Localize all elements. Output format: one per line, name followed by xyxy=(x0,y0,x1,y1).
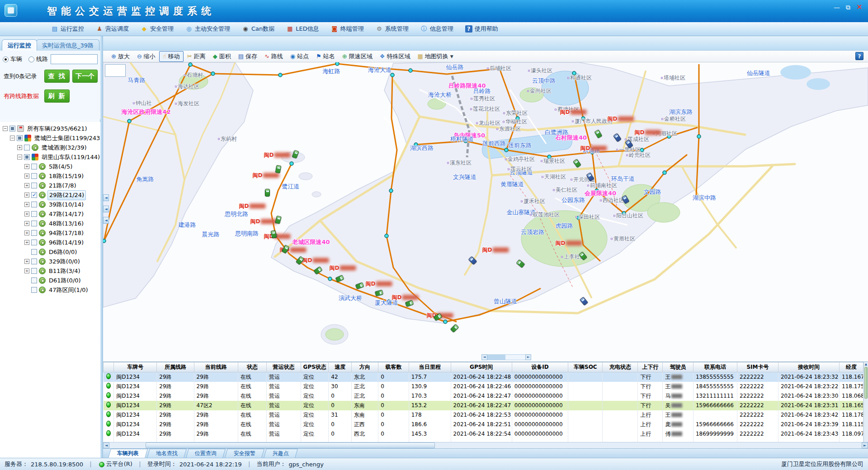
toolbar-help-icon[interactable]: ? xyxy=(855,52,863,60)
tree-item-96路[interactable]: +96路(14/19) xyxy=(0,238,100,247)
tree-item-48路[interactable]: +48路(13/16) xyxy=(0,219,100,228)
table-row[interactable]: 闽D123429路29路在线营运定位0正北0170.32021-06-24 18… xyxy=(104,391,863,401)
expand-icon[interactable]: + xyxy=(24,164,29,169)
menu-item-8[interactable]: ⚙系统管理 xyxy=(370,22,415,36)
vehicle-radio[interactable] xyxy=(3,56,9,62)
bottom-tab-位置查询[interactable]: 位置查询 xyxy=(186,449,226,458)
tree-item-329路[interactable]: +329路(0/0) xyxy=(0,257,100,266)
tree-checkbox[interactable] xyxy=(31,230,37,236)
expand-icon[interactable]: + xyxy=(24,230,29,235)
column-header[interactable]: 方向 xyxy=(352,362,378,372)
refresh-button[interactable]: 刷 新 xyxy=(44,89,70,103)
table-row[interactable]: 闽D123429路47区2在线营运定位0东南0153.22021-06-24 1… xyxy=(104,401,863,410)
tree-checkbox[interactable] xyxy=(24,145,30,150)
bus-marker-icon[interactable] xyxy=(265,189,270,197)
minimize-button[interactable]: — xyxy=(832,3,842,12)
column-header[interactable]: 充电状态 xyxy=(603,362,638,372)
tree-checkbox[interactable] xyxy=(24,154,30,160)
tree-checkbox[interactable] xyxy=(9,126,15,132)
tree-checkbox[interactable] xyxy=(31,268,37,274)
table-row[interactable]: 闽D123429路29路在线营运定位0西北0145.32021-06-24 18… xyxy=(104,429,863,439)
table-vertical-scrollbar[interactable]: ▲ xyxy=(863,362,868,442)
table-row[interactable]: 闽D123429路29路在线营运定位31东南01782021-06-24 18:… xyxy=(104,410,863,420)
tool-route[interactable]: ∿路线 xyxy=(261,51,287,62)
tree-item-47路[interactable]: +47路(14/17) xyxy=(0,209,100,219)
collapse-icon[interactable] xyxy=(24,287,29,292)
tree-checkbox[interactable] xyxy=(31,164,37,169)
find-button[interactable]: 查 找 xyxy=(44,70,70,83)
table-row[interactable]: 闽D123429路29路在线营运定位30正北0130.92021-06-24 1… xyxy=(104,382,863,391)
expand-icon[interactable]: + xyxy=(24,212,29,216)
tool-hand[interactable]: ☝移动 xyxy=(159,51,184,62)
tree-checkbox[interactable] xyxy=(31,173,37,179)
tool-area[interactable]: ◆面积 xyxy=(209,51,235,62)
tool-map-switch[interactable]: ▦地图切换▼ xyxy=(414,51,457,62)
menu-item-10[interactable]: ?使用帮助 xyxy=(459,22,504,36)
tree-item-所有车辆[interactable]: −所有车辆(2935/6621) xyxy=(0,124,100,133)
tree-checkbox[interactable] xyxy=(31,211,37,217)
tree-item-5路[interactable]: +5路(4/5) xyxy=(0,162,100,171)
tree-item-D6路[interactable]: D6路(0/0) xyxy=(0,247,100,257)
bottom-tab-地名查找[interactable]: 地名查找 xyxy=(147,449,187,458)
menu-item-7[interactable]: ◙终端管理 xyxy=(325,22,370,36)
map-overview-box[interactable] xyxy=(105,64,126,77)
tree-checkbox[interactable] xyxy=(17,135,23,141)
menu-item-5[interactable]: ◉Can数据 xyxy=(236,22,280,36)
tree-checkbox[interactable] xyxy=(31,249,37,255)
column-header[interactable]: 所属线路 xyxy=(157,362,194,372)
tree-checkbox[interactable] xyxy=(31,287,37,293)
tree-item-鹭城酒测[interactable]: +鹭城酒测(32/39) xyxy=(0,143,100,152)
tree-checkbox[interactable] xyxy=(31,192,37,198)
column-header[interactable]: 接收时间 xyxy=(778,362,839,372)
tab-monitoring[interactable]: 运行监控 xyxy=(2,39,37,51)
collapse-icon[interactable] xyxy=(24,278,29,283)
tree-checkbox[interactable] xyxy=(31,221,37,226)
close-button[interactable]: ✕ xyxy=(854,3,864,12)
column-header[interactable]: GPS时间 xyxy=(451,362,512,372)
menu-item-4[interactable]: ◎主动安全管理 xyxy=(179,22,236,36)
column-header[interactable]: 经度 xyxy=(840,362,863,372)
map-mini-scrollbar[interactable]: ◄ ► xyxy=(481,354,531,360)
tree-checkbox[interactable] xyxy=(31,258,37,264)
column-header[interactable]: 上下行 xyxy=(638,362,663,372)
expand-icon[interactable]: + xyxy=(24,174,29,179)
search-input[interactable] xyxy=(51,54,98,64)
expand-icon[interactable]: + xyxy=(24,221,29,226)
column-header[interactable]: 当前线路 xyxy=(194,362,238,372)
tree-item-18路[interactable]: +18路(15/19) xyxy=(0,171,100,181)
map-pager-button[interactable]: ◄ xyxy=(103,206,109,212)
tree-checkbox[interactable] xyxy=(31,183,37,188)
column-header[interactable]: 状态 xyxy=(238,362,266,372)
status-column-header[interactable] xyxy=(104,362,114,372)
menu-item-9[interactable]: ⓘ信息管理 xyxy=(415,22,459,36)
tree-item-39路[interactable]: +39路(10/14) xyxy=(0,200,100,209)
bottom-tab-兴趣点[interactable]: 兴趣点 xyxy=(264,449,298,458)
column-header[interactable]: 营运状态 xyxy=(267,362,301,372)
collapse-icon[interactable]: − xyxy=(3,126,8,131)
maximize-button[interactable]: ⧉ xyxy=(843,3,853,12)
tool-save[interactable]: ▤保存 xyxy=(235,51,261,62)
table-row[interactable]: 闽D123429路29路在线营运定位0正西0186.62021-06-24 18… xyxy=(104,420,863,429)
table-row[interactable]: 闽D123429路29路在线营运定位42东北0175.72021-06-24 1… xyxy=(104,372,863,382)
tree-item-94路[interactable]: +94路(17/18) xyxy=(0,228,100,238)
scroll-thumb[interactable] xyxy=(487,355,505,360)
tree-checkbox[interactable] xyxy=(31,240,37,245)
tool-distance[interactable]: ✂距离 xyxy=(184,51,209,62)
tool-speed-zone[interactable]: ⊕限速区域 xyxy=(339,51,376,62)
column-header[interactable]: GPS状态 xyxy=(301,362,329,372)
tab-realtime-info[interactable]: 实时运营信息_39路 xyxy=(36,39,99,51)
tool-special-zone[interactable]: ❖特殊区域 xyxy=(376,51,414,62)
expand-icon[interactable]: + xyxy=(17,145,22,150)
column-header[interactable]: 驾驶员 xyxy=(663,362,693,372)
tree-item-21路[interactable]: +21路(7/8) xyxy=(0,181,100,190)
column-header[interactable]: 设备ID xyxy=(512,362,568,372)
expand-icon[interactable]: + xyxy=(24,183,29,188)
column-header[interactable]: 联系电话 xyxy=(693,362,737,372)
menu-item-1[interactable]: ▤运行监控 xyxy=(45,22,90,36)
tree-item-B11路[interactable]: +B11路(3/4) xyxy=(0,266,100,276)
menu-item-6[interactable]: ▦LED信息 xyxy=(280,22,325,36)
tool-station[interactable]: ◉站点 xyxy=(287,51,312,62)
tool-zoom-out[interactable]: ⊖缩小 xyxy=(133,51,159,62)
scroll-thumb[interactable] xyxy=(864,367,868,399)
scroll-left-icon[interactable]: ◄ xyxy=(481,354,487,360)
